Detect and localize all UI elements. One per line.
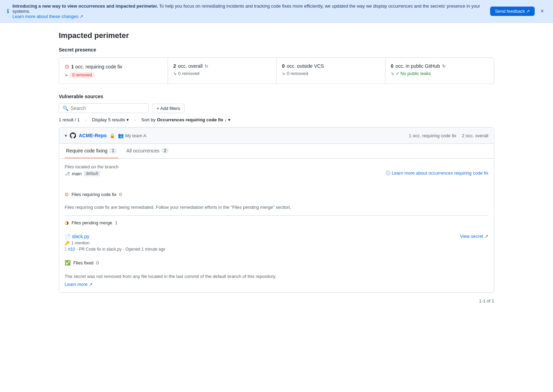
- files-requiring-header: ⊙ Files requiring code fix 0: [65, 187, 488, 201]
- team-icon: 👥: [118, 133, 124, 138]
- add-filters-button[interactable]: + Add filters: [152, 104, 185, 113]
- team-name: My team A: [125, 133, 146, 138]
- question-icon: ⓘ: [386, 170, 390, 176]
- refresh-icon-github[interactable]: ↻: [442, 64, 446, 69]
- notification-banner: ℹ Introducing a new way to view occurren…: [0, 0, 553, 23]
- search-box[interactable]: 🔍: [59, 103, 149, 113]
- files-fixed-message: The secret was not removed from any file…: [65, 270, 488, 282]
- page-title: Impacted perimeter: [59, 31, 494, 40]
- no-public-leaks-badge: ✓ No public leaks: [396, 71, 431, 76]
- sort-button[interactable]: Sort by Occurrences requiring code fix ↓…: [141, 117, 231, 122]
- search-input[interactable]: [71, 105, 145, 111]
- files-fixed-section: ✅ Files fixed 0 The secret was not remov…: [65, 256, 488, 287]
- tab-require-code-fixing[interactable]: Require code fixing 1: [65, 144, 118, 158]
- tab-content: Files located on the branch ⎇ main defau…: [59, 159, 494, 292]
- repo-card: ▾ ACME-Repo 🔒 👥 My team A 1 occ. requiri…: [59, 127, 494, 293]
- file-item-slack: 📄 slack.py 🔑 1 mention ⤵ #10 - PR Code f…: [65, 230, 488, 256]
- pagination: 1-1 of 1: [59, 298, 494, 304]
- public-github-removed: ↳ ✓ No public leaks: [391, 71, 489, 76]
- occ-overall-label: 2 occ. overall: [462, 133, 488, 138]
- files-pending-section: ◑ Files pending merge 1 📄 slack.py 🔑 1 m…: [65, 216, 488, 256]
- branch-row: ⎇ main default: [65, 171, 119, 176]
- external-link-icon: ↗: [485, 234, 488, 239]
- file-icon: 📄: [65, 234, 71, 239]
- arrow-icon: ↳: [65, 73, 68, 77]
- alert-circle-icon: ⊙: [65, 63, 69, 70]
- tab-all-occurrences[interactable]: All occurrences 2: [125, 144, 170, 158]
- close-banner-button[interactable]: ×: [538, 7, 546, 16]
- outside-vcs-occ-count: 0: [282, 63, 285, 69]
- pr-separator: ·: [123, 247, 124, 252]
- banner-learn-more-link[interactable]: Learn more about these changes ↗: [12, 14, 83, 19]
- learn-more-small-text: Learn more: [65, 282, 87, 287]
- branch-files-label: Files located on the branch: [65, 164, 119, 169]
- files-requiring-section: ⊙ Files requiring code fix 0 Files requi…: [65, 187, 488, 216]
- display-button[interactable]: Display 5 results ▾: [92, 117, 129, 122]
- results-row: 1 result / 1 · Display 5 results ▾ · Sor…: [59, 117, 494, 122]
- requiring-count: ⊙ 1 occ. requiring code fix: [65, 63, 162, 70]
- slack-file-link[interactable]: 📄 slack.py: [65, 234, 460, 239]
- public-github-occ-count: 0: [391, 63, 394, 69]
- repo-name[interactable]: ACME-Repo: [79, 133, 107, 138]
- alert-icon-red: ⊙: [65, 192, 69, 197]
- arrow-icon-4: ↳: [391, 71, 394, 76]
- files-fixed-header: ✅ Files fixed 0: [65, 256, 488, 270]
- requiring-removed: ↳ 0 removed: [65, 72, 162, 78]
- sort-value: Occurrences requiring code fix ↓: [157, 117, 227, 122]
- files-fixed-title: Files fixed: [73, 260, 94, 265]
- files-requiring-count: 0: [119, 192, 122, 197]
- search-filter-row: 🔍 + Add filters: [59, 103, 494, 113]
- pr-title: - PR Code fix in slack.py: [76, 247, 122, 252]
- presence-cards-grid: ⊙ 1 occ. requiring code fix ↳ 0 removed …: [59, 57, 494, 84]
- overall-occ-count: 2: [174, 63, 176, 69]
- secret-presence-title: Secret presence: [59, 47, 494, 53]
- arrow-icon-3: ↳: [282, 71, 285, 76]
- vulnerable-sources-title: Vulnerable sources: [59, 94, 494, 99]
- clock-icon: ◑: [65, 220, 69, 225]
- refresh-icon-overall[interactable]: ↻: [205, 64, 208, 69]
- file-item-right: View secret ↗: [460, 234, 488, 239]
- display-value: 5 results: [108, 117, 125, 122]
- branch-learn-row: Files located on the branch ⎇ main defau…: [65, 164, 488, 182]
- remediation-message: Files requiring code fix are being remed…: [65, 201, 488, 216]
- collapse-button[interactable]: ▾: [65, 133, 67, 138]
- secret-presence-section: Secret presence: [59, 47, 494, 53]
- check-icon: ✓: [396, 71, 400, 76]
- results-count: 1 result / 1: [59, 117, 80, 122]
- occ-requiring-label: 1 occ. requiring code fix: [409, 133, 456, 138]
- slack-file-name: slack.py: [72, 234, 90, 239]
- pr-number-link[interactable]: #10: [68, 247, 75, 252]
- pr-time: Opened 1 minute ago: [125, 247, 165, 252]
- learn-more-occurrences-text: Learn more about occurrences requiring c…: [392, 170, 488, 176]
- files-requiring-title: Files requiring code fix: [72, 192, 116, 197]
- repo-header-right: 1 occ. requiring code fix 2 occ. overall: [409, 133, 488, 138]
- file-item-left: 📄 slack.py 🔑 1 mention ⤵ #10 - PR Code f…: [65, 234, 460, 252]
- banner-bold-text: Introducing a new way to view occurrence…: [12, 3, 158, 9]
- key-icon: 🔑: [65, 241, 70, 245]
- presence-card-overall: 2 occ. overall ↻ ↳ 0 removed: [168, 58, 277, 84]
- pagination-label: 1-1 of 1: [479, 298, 494, 304]
- presence-card-requiring: ⊙ 1 occ. requiring code fix ↳ 0 removed: [59, 58, 168, 84]
- repo-tabs: Require code fixing 1 All occurrences 2: [59, 144, 494, 159]
- tab-all-count: 2: [161, 148, 169, 153]
- files-pending-count: 1: [115, 220, 118, 225]
- branch-name: main: [72, 171, 82, 176]
- learn-more-small-link[interactable]: Learn more ↗: [65, 282, 488, 287]
- repo-header-left: ▾ ACME-Repo 🔒 👥 My team A: [65, 132, 405, 139]
- search-icon: 🔍: [63, 105, 68, 111]
- branch-icon: ⎇: [65, 171, 70, 176]
- external-icon-small: ↗: [89, 282, 93, 287]
- branch-tag: default: [84, 171, 100, 176]
- outside-vcs-removed: ↳ 0 removed: [282, 71, 379, 76]
- file-mention: 🔑 1 mention: [65, 241, 460, 245]
- view-secret-button[interactable]: View secret ↗: [460, 234, 488, 239]
- github-icon: [70, 132, 76, 139]
- learn-more-occurrences-link[interactable]: ⓘ Learn more about occurrences requiring…: [386, 170, 488, 176]
- pr-icon: ⤵: [65, 247, 67, 252]
- outside-vcs-removed-label: 0 removed: [287, 71, 308, 76]
- send-feedback-button[interactable]: Send feedback ↗: [490, 7, 535, 16]
- overall-removed-label: 0 removed: [178, 71, 199, 76]
- mention-count: 1 mention: [71, 241, 90, 245]
- files-pending-title: Files pending merge: [72, 220, 112, 225]
- tab-require-count: 1: [110, 148, 117, 153]
